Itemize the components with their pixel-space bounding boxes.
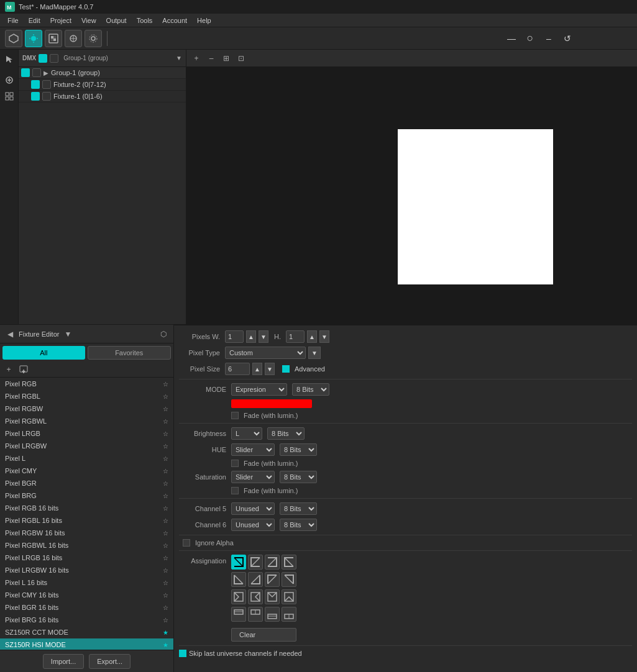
fixture-item-1[interactable]: Fixture-1 (0|1-6) [19, 91, 186, 102]
fixture-list-item[interactable]: Pixel RGBWL ☆ [0, 415, 173, 427]
fixture-list-item[interactable]: Pixel LRGB 16 bits ☆ [0, 552, 173, 564]
skip-universe-checkbox[interactable] [179, 650, 186, 657]
menu-help[interactable]: Help [192, 16, 216, 25]
color-bar[interactable] [231, 399, 312, 408]
pixel-size-input[interactable]: 6 [225, 363, 250, 375]
assign-cell-1[interactable] [248, 555, 263, 570]
fixture-list-item[interactable]: Pixel LRGBW ☆ [0, 440, 173, 452]
fixture-list-item[interactable]: Pixel RGB 16 bits ☆ [0, 502, 173, 514]
menu-output[interactable]: Output [101, 16, 132, 25]
settings-button[interactable] [85, 30, 102, 47]
clear-button[interactable]: Clear [231, 628, 296, 642]
fixture-list-item[interactable]: Pixel RGB ☆ [0, 378, 173, 390]
fixture-list-item[interactable]: Pixel CMY 16 bits ☆ [0, 589, 173, 601]
pixels-h-input[interactable]: 1 [286, 330, 305, 343]
pixels-w-input[interactable]: 1 [225, 330, 244, 343]
fixture-list-item[interactable]: SZ150R CCT MODE ★ [0, 626, 173, 638]
side-add-icon[interactable] [2, 73, 16, 87]
hue-select[interactable]: Slider [231, 443, 275, 456]
light-button[interactable] [25, 30, 42, 47]
import-button[interactable]: Import... [43, 654, 84, 669]
pixels-h-down[interactable]: ▼ [319, 330, 329, 343]
assign-cell-4[interactable] [231, 572, 246, 587]
assign-cell-8[interactable] [231, 589, 246, 604]
assign-cell-10[interactable] [265, 589, 280, 604]
fixture-item-2[interactable]: Fixture-2 (0|7-12) [19, 79, 186, 91]
menu-view[interactable]: View [76, 16, 101, 25]
tab-favorites[interactable]: Favorites [88, 346, 172, 360]
toolbar-minus2-button[interactable]: — [504, 31, 519, 46]
menu-tools[interactable]: Tools [132, 16, 158, 25]
menu-edit[interactable]: Edit [24, 16, 45, 25]
scene-button[interactable] [5, 30, 22, 47]
export-button[interactable]: Export... [89, 654, 131, 669]
dmx-color-indicator2[interactable] [50, 54, 58, 63]
menu-file[interactable]: File [2, 16, 24, 25]
dmx-color-indicator[interactable] [39, 54, 47, 63]
fixture-list-item[interactable]: Pixel BGR 16 bits ☆ [0, 601, 173, 614]
assign-cell-11[interactable] [282, 589, 296, 604]
advanced-checkbox[interactable] [282, 365, 290, 373]
menu-account[interactable]: Account [157, 16, 192, 25]
mode-fade-checkbox[interactable] [231, 412, 239, 419]
pixels-w-up[interactable]: ▲ [246, 330, 256, 343]
toolbar-minus-button[interactable]: – [541, 31, 556, 46]
saturation-fade-checkbox[interactable] [231, 487, 239, 494]
mesh-button[interactable] [65, 30, 82, 47]
assign-cell-5[interactable] [248, 572, 263, 587]
side-pointer-icon[interactable] [2, 52, 16, 66]
channel5-select[interactable]: Unused [231, 502, 275, 515]
fixture-list-item[interactable]: Pixel L 16 bits ☆ [0, 576, 173, 589]
fixture-list-item-selected[interactable]: SZ150R HSI MODE ★ [0, 638, 173, 650]
assign-cell-0[interactable] [231, 555, 246, 570]
channel6-bits-select[interactable]: 8 Bits [280, 519, 317, 531]
menu-project[interactable]: Project [45, 16, 76, 25]
toolbar-circle-button[interactable]: ○ [523, 31, 538, 46]
saturation-select[interactable]: Slider [231, 471, 275, 483]
fixture-list-item[interactable]: Pixel RGBL ☆ [0, 390, 173, 402]
hue-bits-select[interactable]: 8 Bits [280, 443, 317, 456]
browser-external-btn[interactable]: ⬡ [157, 328, 170, 340]
fixture-list-item[interactable]: Pixel RGBWL 16 bits ☆ [0, 539, 173, 552]
browser-dropdown-btn[interactable]: ▼ [62, 328, 74, 340]
canvas-fit[interactable]: ⊞ [220, 52, 232, 65]
pixel-size-down[interactable]: ▼ [265, 363, 275, 375]
browser-collapse-btn[interactable]: ◀ [4, 328, 16, 340]
fixture-list-item[interactable]: Pixel CMY ☆ [0, 465, 173, 477]
pixels-w-down[interactable]: ▼ [259, 330, 268, 343]
pixels-h-up[interactable]: ▲ [307, 330, 317, 343]
mode-bits-select[interactable]: 8 Bits [292, 383, 329, 396]
assign-cell-7[interactable] [282, 572, 296, 587]
add-fixture-btn[interactable]: + [2, 363, 15, 376]
fixture-list-item[interactable]: Pixel LRGBW 16 bits ☆ [0, 564, 173, 576]
fixture-list-item[interactable]: Pixel RGBW ☆ [0, 402, 173, 415]
channel6-select[interactable]: Unused [231, 519, 275, 531]
pixel-type-dropdown[interactable]: ▼ [308, 347, 321, 359]
brightness-select[interactable]: L [231, 427, 262, 440]
canvas-zoom-in[interactable]: + [190, 52, 203, 65]
fixture-list-item[interactable]: Pixel BGR ☆ [0, 477, 173, 489]
fixture-list-item[interactable]: Pixel L ☆ [0, 452, 173, 465]
assign-cell-15[interactable] [282, 607, 296, 622]
brightness-bits-select[interactable]: 8 Bits [267, 427, 305, 440]
side-group-icon[interactable] [2, 89, 16, 103]
canvas-viewport[interactable] [186, 67, 637, 324]
fixture-list-item[interactable]: Pixel BRG ☆ [0, 489, 173, 502]
assign-cell-2[interactable] [265, 555, 280, 570]
channel5-bits-select[interactable]: 8 Bits [280, 502, 317, 515]
canvas-fullscreen[interactable]: ⊡ [235, 52, 247, 65]
media-button[interactable] [45, 30, 62, 47]
assign-cell-13[interactable] [248, 607, 263, 622]
expand-icon[interactable]: ▼ [176, 55, 182, 61]
assign-cell-3[interactable] [282, 555, 296, 570]
canvas-zoom-out[interactable]: – [205, 52, 218, 65]
import-fixture-btn[interactable] [17, 363, 30, 376]
pixel-type-select[interactable]: Custom [225, 347, 306, 359]
toolbar-refresh-button[interactable]: ↺ [560, 31, 575, 46]
fixture-list-item[interactable]: Pixel RGBL 16 bits ☆ [0, 514, 173, 527]
fixture-list-item[interactable]: Pixel LRGB ☆ [0, 427, 173, 440]
fixture-list-item[interactable]: Pixel BRG 16 bits ☆ [0, 614, 173, 626]
ignore-alpha-checkbox[interactable] [183, 539, 190, 547]
assign-cell-14[interactable] [265, 607, 280, 622]
assign-cell-6[interactable] [265, 572, 280, 587]
